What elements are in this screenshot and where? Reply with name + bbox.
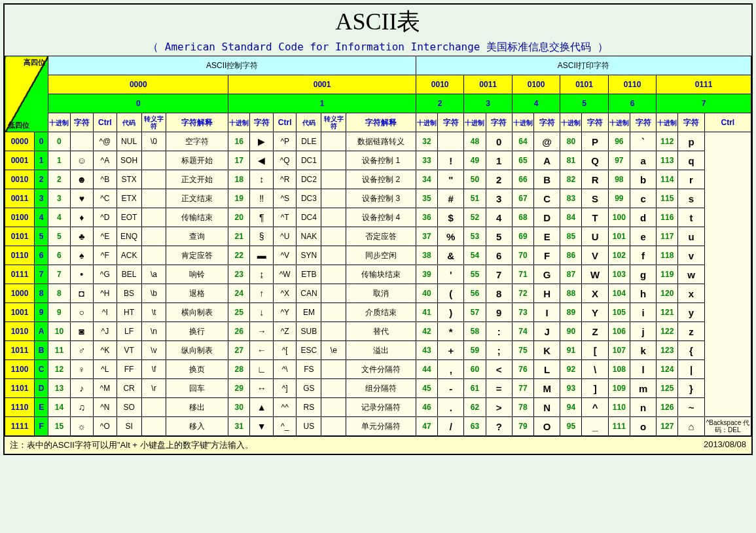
table-row: 011177•^GBEL\a响铃23↨^WETB传输块结束39'55771G87…: [5, 265, 751, 284]
row-bin: 0011: [5, 189, 35, 208]
row-bin: 1101: [5, 379, 35, 398]
corner-cell: 高四位低四位: [5, 56, 48, 132]
row-hex: 9: [35, 303, 48, 322]
row-hex: 2: [35, 170, 48, 189]
row-hex: 0: [35, 132, 48, 151]
table-row: 000111☺^ASOH标题开始17◀^QDC1设备控制 133!49165A8…: [5, 151, 751, 170]
row-hex: C: [35, 360, 48, 379]
table-row: 1110E14♫^NSO移出30▲^^RS记录分隔符46.62>78N94^11…: [5, 398, 751, 417]
table-row: 1100C12♀^LFF\f换页28∟^\FS文件分隔符44,60<76L92\…: [5, 360, 751, 379]
table-row: 1111F15☼^OSI移入31▼^_US单元分隔符47/63?79O95_11…: [5, 417, 751, 436]
ascii-table: 高四位低四位 ASCII控制字符 ASCII打印字符 0000 0001 001…: [5, 56, 751, 436]
row-hex: E: [35, 398, 48, 417]
row-hex: 7: [35, 265, 48, 284]
row-hex: 4: [35, 208, 48, 227]
row-bin: 1110: [5, 398, 35, 417]
hex-header-row: 0 1 2 3 4 5 6 7: [5, 94, 751, 113]
table-row: 010044♦^DEOT传输结束20¶^TDC4设备控制 436$52468D8…: [5, 208, 751, 227]
table-row: 1101D13♪^MCR\r回车29↔^]GS组分隔符45-61=77M93]1…: [5, 379, 751, 398]
row-bin: 0001: [5, 151, 35, 170]
table-row: 001022☻^BSTX正文开始18↕^RDC2设备控制 234"50266B8…: [5, 170, 751, 189]
row-hex: F: [35, 417, 48, 436]
row-bin: 0000: [5, 132, 35, 151]
row-bin: 0010: [5, 170, 35, 189]
row-bin: 1001: [5, 303, 35, 322]
row-bin: 0110: [5, 246, 35, 265]
row-hex: 6: [35, 246, 48, 265]
ascii-table-container: ASCII表 （ American Standard Code for Info…: [3, 3, 753, 455]
ctrl-empty: [704, 132, 751, 417]
print-group-header: ASCII打印字符: [416, 56, 751, 75]
row-hex: 8: [35, 284, 48, 303]
table-row: 1010A10◙^JLF\n换行26→^ZSUB替代42*58:74J90Z10…: [5, 322, 751, 341]
row-bin: 1000: [5, 284, 35, 303]
row-hex: D: [35, 379, 48, 398]
row-hex: A: [35, 322, 48, 341]
table-row: 100088◘^HBS\b退格24↑^XCAN取消40(56872H88X104…: [5, 284, 751, 303]
row-bin: 0111: [5, 265, 35, 284]
table-row: 011066♠^FACK肯定应答22▬^VSYN同步空闲38&54670F86V…: [5, 246, 751, 265]
table-row: 100199○^IHT\t横向制表25↓^YEM介质结束41)57973I89Y…: [5, 303, 751, 322]
table-row: 1011B11♂^KVT\v纵向制表27←^[ESC\e溢出43+59;75K9…: [5, 341, 751, 360]
row-bin: 1010: [5, 322, 35, 341]
table-row: 000000^@NUL\0空字符16▶^PDLE数据链路转义3248064@80…: [5, 132, 751, 151]
table-row: 010155♣^EENQ查询21§^UNAK否定应答37%53569E85U10…: [5, 227, 751, 246]
row-bin: 1011: [5, 341, 35, 360]
page-subtitle: （ American Standard Code for Information…: [5, 39, 751, 56]
row-bin: 1111: [5, 417, 35, 436]
row-hex: 3: [35, 189, 48, 208]
row-bin: 0101: [5, 227, 35, 246]
row-hex: 5: [35, 227, 48, 246]
footer-note: 注：表中的ASCII字符可以用"Alt + 小键盘上的数字键"方法输入。: [10, 439, 253, 451]
column-header-row: 十进制字符Ctrl代码转义字符字符解释 十进制字符Ctrl代码转义字符字符解释 …: [5, 113, 751, 132]
del-note: ^Backspace 代码：DEL: [704, 417, 751, 436]
footer-date: 2013/08/08: [704, 439, 746, 451]
row-bin: 1100: [5, 360, 35, 379]
binary-header-row: 0000 0001 0010 0011 0100 0101 0110 0111: [5, 75, 751, 94]
ctrl-group-header: ASCII控制字符: [48, 56, 416, 75]
table-row: 001133♥^CETX正文结束19‼^SDC3设备控制 335#51367C8…: [5, 189, 751, 208]
row-hex: 1: [35, 151, 48, 170]
footer: 注：表中的ASCII字符可以用"Alt + 小键盘上的数字键"方法输入。 201…: [5, 436, 751, 454]
row-bin: 0100: [5, 208, 35, 227]
row-hex: B: [35, 341, 48, 360]
page-title: ASCII表: [5, 5, 751, 39]
